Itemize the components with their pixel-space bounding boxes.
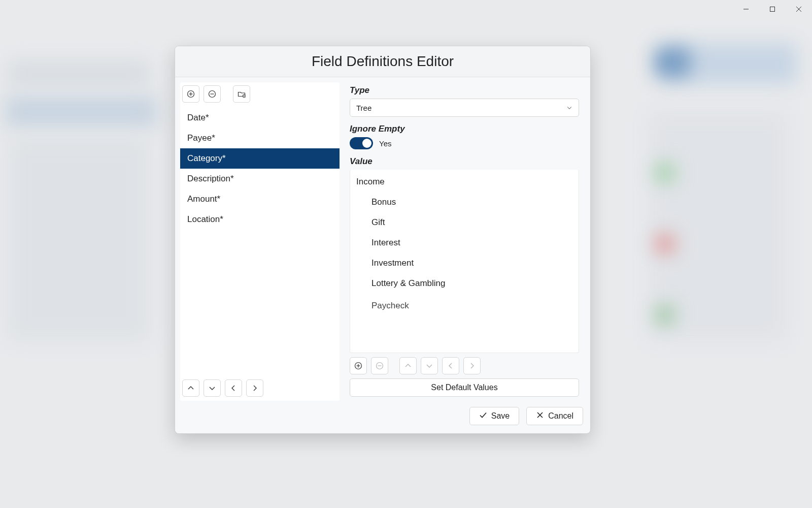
tree-item-investment[interactable]: Investment [350,253,579,273]
field-item-category[interactable]: Category* [180,148,340,169]
ignore-empty-value: Yes [379,139,391,148]
field-item-location[interactable]: Location* [180,209,340,230]
ignore-empty-label: Ignore Empty [350,124,579,134]
cancel-label: Cancel [548,411,573,421]
check-icon [479,411,487,421]
value-move-right-button[interactable] [463,357,481,374]
tree-item-gift[interactable]: Gift [350,212,579,233]
type-label: Type [350,85,579,96]
value-toolbar [350,353,579,374]
save-label: Save [491,411,510,421]
field-definitions-dialog: Field Definitions Editor Date* Payee* Ca… [175,46,591,434]
close-icon [536,411,544,421]
field-item-description[interactable]: Description* [180,169,340,189]
value-tree: Income Bonus Gift Interest Investment Lo… [350,170,579,353]
value-move-left-button[interactable] [442,357,459,374]
value-remove-button[interactable] [371,357,388,374]
set-default-values-button[interactable]: Set Default Values [350,378,579,397]
bg-blur [655,305,675,325]
value-move-up-button[interactable] [399,357,417,374]
field-item-payee[interactable]: Payee* [180,128,340,148]
type-select[interactable]: Tree [350,99,579,117]
tree-item-paycheck[interactable]: Paycheck [350,296,579,316]
fields-reorder-toolbar [180,375,340,397]
fields-toolbar [180,84,340,108]
cancel-button[interactable]: Cancel [526,407,583,425]
bg-blur [655,163,675,183]
fields-panel: Date* Payee* Category* Description* Amou… [180,82,340,401]
tree-item-interest[interactable]: Interest [350,233,579,253]
field-item-amount[interactable]: Amount* [180,189,340,209]
bg-blur [8,61,150,86]
value-label: Value [350,156,579,167]
bg-blur [5,97,157,127]
tree-item-lottery[interactable]: Lottery & Gambling [350,273,579,294]
ignore-empty-toggle[interactable] [350,137,373,149]
fields-list: Date* Payee* Category* Description* Amou… [180,108,340,375]
tree-item-income[interactable]: Income [350,172,579,192]
add-folder-button[interactable] [233,85,250,103]
field-detail-panel: Type Tree Ignore Empty Yes Value Income … [344,82,585,401]
chevron-down-icon [566,104,572,112]
remove-field-button[interactable] [204,85,221,103]
maximize-button[interactable] [759,0,786,18]
bg-blur [655,234,675,254]
move-right-button[interactable] [246,379,263,397]
ignore-empty-row: Yes [350,137,579,149]
type-select-value: Tree [356,104,371,112]
bg-blur [8,137,150,340]
value-move-down-button[interactable] [421,357,438,374]
svg-rect-1 [770,7,775,12]
move-down-button[interactable] [204,379,221,397]
dialog-body: Date* Payee* Category* Description* Amou… [175,77,590,401]
move-left-button[interactable] [225,379,242,397]
add-field-button[interactable] [182,85,199,103]
dialog-title: Field Definitions Editor [175,46,590,77]
save-button[interactable]: Save [469,407,519,425]
window-controls [733,0,812,18]
dialog-footer: Save Cancel [175,401,590,433]
minimize-button[interactable] [733,0,759,18]
close-button[interactable] [786,0,812,18]
set-default-values-label: Set Default Values [431,383,497,392]
field-item-date[interactable]: Date* [180,108,340,128]
move-up-button[interactable] [182,379,199,397]
value-add-button[interactable] [350,357,367,374]
tree-item-bonus[interactable]: Bonus [350,192,579,212]
bg-blur [655,48,690,76]
